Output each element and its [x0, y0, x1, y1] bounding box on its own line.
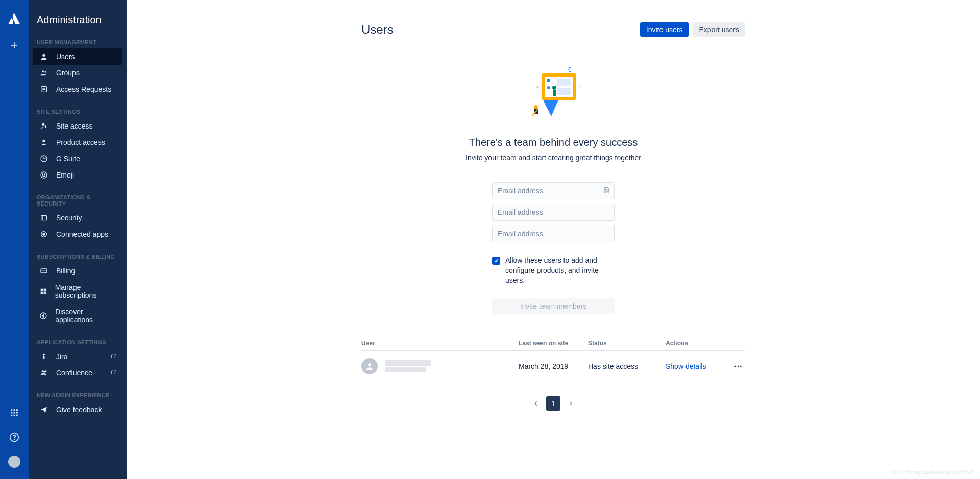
external-link-icon — [110, 352, 116, 361]
svg-point-20 — [42, 140, 45, 142]
nav-label: Give feedback — [56, 406, 102, 414]
svg-rect-4 — [16, 409, 18, 411]
svg-point-55 — [738, 365, 739, 367]
create-icon[interactable] — [8, 39, 20, 52]
sidebar-item-manage-subs[interactable]: Manage subscriptions — [33, 279, 122, 304]
email-input-3[interactable] — [492, 225, 615, 242]
nav-header-subs-billing: SUBSCRIPTIONS & BILLING — [29, 249, 127, 263]
checkbox-label: Allow these users to add and configure p… — [505, 256, 615, 286]
empty-state-hero: ⦃ ⦄ ✦ There's a team behind every succes… — [361, 67, 745, 314]
cell-status: Has site access — [588, 362, 666, 370]
app-switcher-icon[interactable] — [8, 407, 20, 419]
sidebar-item-gsuite[interactable]: G Suite — [33, 150, 122, 167]
feedback-icon — [39, 406, 49, 414]
svg-rect-9 — [14, 415, 15, 416]
svg-point-19 — [42, 123, 44, 126]
page-title: Users — [361, 22, 394, 37]
emoji-icon — [39, 171, 49, 179]
email-input-1[interactable] — [492, 182, 615, 199]
sidebar-item-connected-apps[interactable]: Connected apps — [33, 226, 122, 242]
svg-point-14 — [42, 70, 44, 72]
main-content: Users Invite users Export users — [127, 0, 980, 479]
sidebar-item-users[interactable]: Users — [33, 48, 122, 65]
svg-rect-8 — [11, 415, 12, 416]
svg-point-54 — [734, 365, 736, 367]
svg-point-53 — [368, 363, 371, 366]
sidebar-item-feedback[interactable]: Give feedback — [33, 401, 122, 418]
nav-label: Product access — [56, 138, 105, 146]
svg-point-28 — [43, 233, 45, 235]
svg-rect-29 — [41, 269, 47, 273]
sidebar-item-site-access[interactable]: Site access — [33, 118, 122, 134]
sidebar-item-security[interactable]: Security — [33, 210, 122, 226]
page-prev-button[interactable] — [529, 396, 543, 411]
nav-header-app-settings: APPLICATION SETTINGS — [29, 335, 127, 348]
sidebar-item-product-access[interactable]: Product access — [33, 134, 122, 150]
col-header-user: User — [361, 340, 519, 347]
nav-header-orgs-security: ORGANIZATIONS & SECURITY — [29, 190, 127, 210]
nav-label: Users — [56, 53, 75, 61]
svg-rect-33 — [40, 292, 43, 294]
invite-users-button[interactable]: Invite users — [640, 22, 689, 37]
nav-label: G Suite — [56, 155, 80, 163]
page-header: Users Invite users Export users — [361, 22, 745, 37]
security-icon — [39, 214, 49, 222]
connected-apps-icon — [39, 230, 49, 238]
svg-rect-2 — [11, 409, 12, 411]
svg-rect-40 — [557, 88, 571, 95]
svg-marker-36 — [43, 314, 44, 318]
invite-team-button[interactable]: Invite team members — [492, 298, 615, 314]
product-access-icon — [39, 138, 49, 146]
col-header-actions: Actions — [666, 340, 745, 347]
nav-label: Confluence — [56, 369, 92, 377]
profile-avatar[interactable] — [8, 456, 20, 468]
more-actions-button[interactable] — [731, 359, 745, 373]
export-users-button[interactable]: Export users — [693, 22, 745, 37]
nav-header-user-management: USER MANAGEMENT — [29, 35, 127, 48]
svg-rect-31 — [40, 289, 43, 291]
user-avatar — [361, 358, 378, 374]
allow-config-checkbox[interactable]: Allow these users to add and configure p… — [492, 256, 615, 286]
sidebar-item-emoji[interactable]: Emoji — [33, 167, 122, 183]
invite-form: Allow these users to add and configure p… — [492, 182, 615, 314]
show-details-link[interactable]: Show details — [666, 362, 706, 370]
sidebar-item-billing[interactable]: Billing — [33, 263, 122, 279]
help-icon[interactable] — [8, 431, 20, 443]
nav-label: Access Requests — [56, 85, 111, 93]
atlassian-logo-icon[interactable] — [8, 12, 21, 27]
sidebar-item-discover-apps[interactable]: Discover applications — [33, 304, 122, 328]
contacts-icon — [603, 187, 610, 195]
page-next-button[interactable] — [564, 396, 578, 411]
nav-label: Jira — [56, 352, 68, 361]
table-row: March 28, 2019 Has site access Show deta… — [361, 351, 745, 382]
external-link-icon — [110, 369, 116, 377]
svg-rect-39 — [557, 79, 571, 86]
page-number[interactable]: 1 — [546, 396, 560, 411]
svg-point-45 — [534, 105, 538, 109]
svg-point-52 — [606, 189, 607, 190]
team-illustration: ⦃ ⦄ ✦ — [523, 67, 584, 123]
svg-rect-34 — [43, 292, 46, 294]
nav-header-new-admin: NEW ADMIN EXPERIENCE — [29, 388, 127, 401]
svg-point-24 — [44, 174, 45, 174]
email-input-2[interactable] — [492, 204, 615, 221]
nav-label: Emoji — [56, 171, 74, 179]
svg-rect-10 — [16, 415, 18, 416]
svg-point-42 — [547, 86, 550, 89]
jira-icon — [39, 352, 49, 361]
sidebar-item-groups[interactable]: Groups — [33, 65, 122, 81]
svg-rect-41 — [547, 79, 550, 82]
svg-point-13 — [42, 54, 45, 57]
svg-text:✦: ✦ — [536, 85, 540, 90]
nav-label: Manage subscriptions — [55, 283, 116, 299]
hero-heading: There's a team behind every success — [469, 137, 638, 148]
svg-point-22 — [41, 172, 47, 178]
request-icon — [39, 85, 49, 93]
sidebar-item-jira[interactable]: Jira — [33, 348, 122, 365]
billing-icon — [39, 267, 49, 275]
svg-rect-25 — [41, 215, 47, 220]
svg-rect-6 — [14, 412, 15, 414]
sidebar-item-access-requests[interactable]: Access Requests — [33, 81, 122, 97]
sidebar-item-confluence[interactable]: Confluence — [33, 365, 122, 381]
nav-header-site-settings: SITE SETTINGS — [29, 105, 127, 118]
